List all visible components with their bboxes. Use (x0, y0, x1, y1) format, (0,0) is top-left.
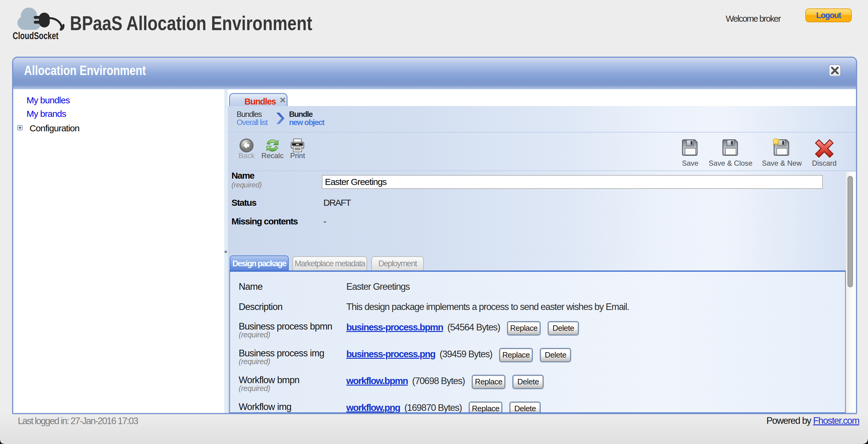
svg-text:Allocation Environment: Allocation Environment (24, 63, 146, 78)
svg-text:CloudSocket: CloudSocket (13, 30, 59, 41)
svg-text:BPaaS Allocation Environment: BPaaS Allocation Environment (70, 13, 312, 34)
